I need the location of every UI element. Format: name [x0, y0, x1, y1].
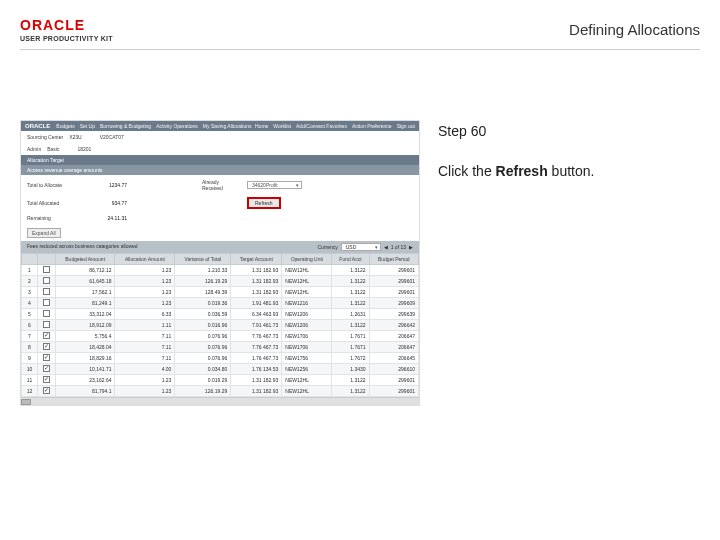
cell-ou: NEW12HL	[282, 375, 332, 386]
app-filters-2: AdminBasic 18201	[21, 143, 419, 155]
cell-ou: NEW1706	[282, 331, 332, 342]
row-num: 5	[22, 309, 38, 320]
pager-next-icon[interactable]: ▶	[409, 244, 413, 250]
cell-fund: 1.7671	[332, 331, 369, 342]
cell-period: 299601	[369, 287, 418, 298]
app-topbar: ORACLE Budgets Set Up Borrowing & Budget…	[21, 121, 419, 131]
row-checkbox-cell	[38, 309, 56, 320]
instructions-panel: Step 60 Click the Refresh button.	[438, 120, 700, 406]
cell-target: 7.76 467.73	[231, 342, 282, 353]
cell-variance: 0.036.59	[175, 309, 231, 320]
summary-label: Already Received	[202, 179, 237, 191]
cell-fund: 1.7671	[332, 342, 369, 353]
cell-variance: 126.19.29	[175, 386, 231, 397]
nav-item[interactable]: My Saving Allocations	[203, 123, 252, 129]
nav-item[interactable]: Activity Operations	[156, 123, 198, 129]
row-checkbox[interactable]	[43, 376, 50, 383]
row-checkbox[interactable]	[43, 365, 50, 372]
nav-link[interactable]: Action Preference	[352, 123, 392, 129]
row-checkbox[interactable]	[43, 277, 50, 284]
row-checkbox[interactable]	[43, 266, 50, 273]
table-row: 533,312.046.330.036.596.34 463.93NEW1206…	[22, 309, 419, 320]
cell-target: 1.31 182.93	[231, 386, 282, 397]
nav-item[interactable]: Borrowing & Budgeting	[100, 123, 151, 129]
row-checkbox-cell	[38, 375, 56, 386]
nav-item[interactable]: Set Up	[80, 123, 95, 129]
table-row: 75,756.47.110.076.967.76 467.73NEW17061.…	[22, 331, 419, 342]
filter-label: Sourcing Center	[27, 134, 63, 140]
row-num: 8	[22, 342, 38, 353]
nav-link[interactable]: Sign out	[397, 123, 415, 129]
nav-item[interactable]: Budgets	[56, 123, 74, 129]
nav-link[interactable]: Add/Connect Favorites	[296, 123, 347, 129]
row-checkbox[interactable]	[43, 332, 50, 339]
cell-budgeted: 18,912.09	[55, 320, 115, 331]
scrollbar-thumb[interactable]	[21, 399, 31, 405]
cell-target: 7.76 467.73	[231, 331, 282, 342]
row-checkbox[interactable]	[43, 354, 50, 361]
row-num: 11	[22, 375, 38, 386]
logo-block: ORACLE USER PRODUCTIVITY KIT	[20, 17, 113, 42]
pager-text: 1 of 13	[391, 244, 406, 250]
nav-link[interactable]: Home	[255, 123, 268, 129]
row-checkbox[interactable]	[43, 321, 50, 328]
app-filters: Sourcing CenterX23U V20CAT07	[21, 131, 419, 143]
cell-budgeted: 18,829.16	[55, 353, 115, 364]
row-checkbox[interactable]	[43, 288, 50, 295]
text-bold: Refresh	[496, 163, 548, 179]
row-checkbox[interactable]	[43, 387, 50, 394]
step-text: Click the Refresh button.	[438, 160, 700, 182]
row-checkbox-cell	[38, 287, 56, 298]
cell-target: 1.31 182.93	[231, 287, 282, 298]
filter-value: X23U	[69, 134, 82, 140]
cell-budgeted: 61,645.18	[55, 276, 115, 287]
col-head: Budget Period	[369, 254, 418, 265]
row-checkbox-cell	[38, 298, 56, 309]
cell-target: 1.31 182.93	[231, 375, 282, 386]
cell-alloc: 1.23	[115, 276, 175, 287]
filter-label: Admin	[27, 146, 41, 152]
cell-fund: 1.2631	[332, 309, 369, 320]
row-checkbox[interactable]	[43, 299, 50, 306]
section-band-allocation-target: Allocation Target	[21, 155, 419, 165]
cell-ou: NEW1256	[282, 364, 332, 375]
summary-panel: Total to Allocate 1234.77 Already Receiv…	[21, 175, 419, 225]
app-nav: Budgets Set Up Borrowing & Budgeting Act…	[56, 123, 251, 129]
cell-variance: 0.034.80	[175, 364, 231, 375]
cell-period: 206647	[369, 342, 418, 353]
cell-alloc: 1.11	[115, 320, 175, 331]
oracle-logo: ORACLE	[20, 17, 113, 33]
col-head: Allocation Amount	[115, 254, 175, 265]
cell-alloc: 6.33	[115, 309, 175, 320]
cell-alloc: 1.23	[115, 298, 175, 309]
row-num: 3	[22, 287, 38, 298]
row-checkbox-cell	[38, 364, 56, 375]
row-checkbox[interactable]	[43, 310, 50, 317]
row-num: 6	[22, 320, 38, 331]
row-checkbox-cell	[38, 353, 56, 364]
row-checkbox-cell	[38, 342, 56, 353]
upk-label: USER PRODUCTIVITY KIT	[20, 35, 113, 42]
cell-period: 299601	[369, 386, 418, 397]
expand-all-button[interactable]: Expand All	[27, 228, 61, 238]
cell-period: 299639	[369, 309, 418, 320]
row-checkbox[interactable]	[43, 343, 50, 350]
horizontal-scrollbar[interactable]	[21, 397, 419, 405]
grid-header-bar: Fees reduced across business categories …	[21, 241, 419, 253]
table-row: 261,645.181.23126.19.291.31 182.93NEW12H…	[22, 276, 419, 287]
currency-select[interactable]: USD	[341, 243, 381, 251]
pager-prev-icon[interactable]: ◀	[384, 244, 388, 250]
cell-period: 299601	[369, 375, 418, 386]
cell-budgeted: 17,562.1	[55, 287, 115, 298]
cell-fund: 1.3122	[332, 265, 369, 276]
cell-period: 296610	[369, 364, 418, 375]
cell-fund: 1.7672	[332, 353, 369, 364]
refresh-button[interactable]: Refresh	[247, 197, 281, 209]
nav-link[interactable]: Worklist	[273, 123, 291, 129]
page-title: Defining Allocations	[569, 21, 700, 38]
already-received-select[interactable]: 34620Profit	[247, 181, 302, 189]
cell-budgeted: 86,712.12	[55, 265, 115, 276]
cell-ou: NEW1706	[282, 342, 332, 353]
cell-fund: 1.3122	[332, 287, 369, 298]
cell-ou: NEW1206	[282, 309, 332, 320]
